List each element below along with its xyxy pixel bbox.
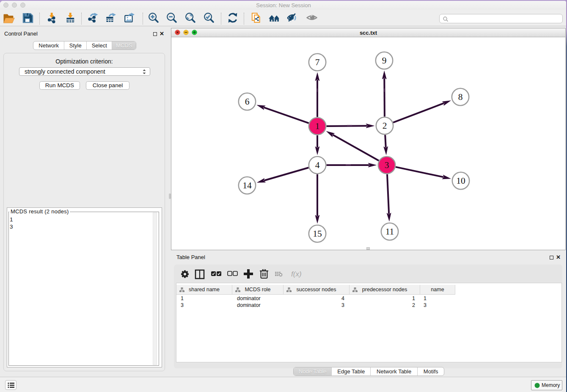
svg-text:1: 1 — [315, 121, 320, 131]
svg-text:14: 14 — [242, 180, 252, 190]
svg-text:4: 4 — [315, 160, 320, 170]
svg-text:10: 10 — [456, 176, 465, 186]
svg-text:7: 7 — [315, 57, 320, 67]
svg-text:8: 8 — [458, 92, 463, 102]
svg-text:6: 6 — [245, 97, 250, 107]
svg-text:f(x): f(x) — [291, 270, 302, 278]
svg-text:11: 11 — [385, 226, 394, 237]
svg-text:9: 9 — [382, 55, 387, 66]
svg-text:3: 3 — [385, 160, 389, 170]
svg-text:15: 15 — [313, 229, 322, 239]
svg-text:2: 2 — [383, 121, 387, 131]
